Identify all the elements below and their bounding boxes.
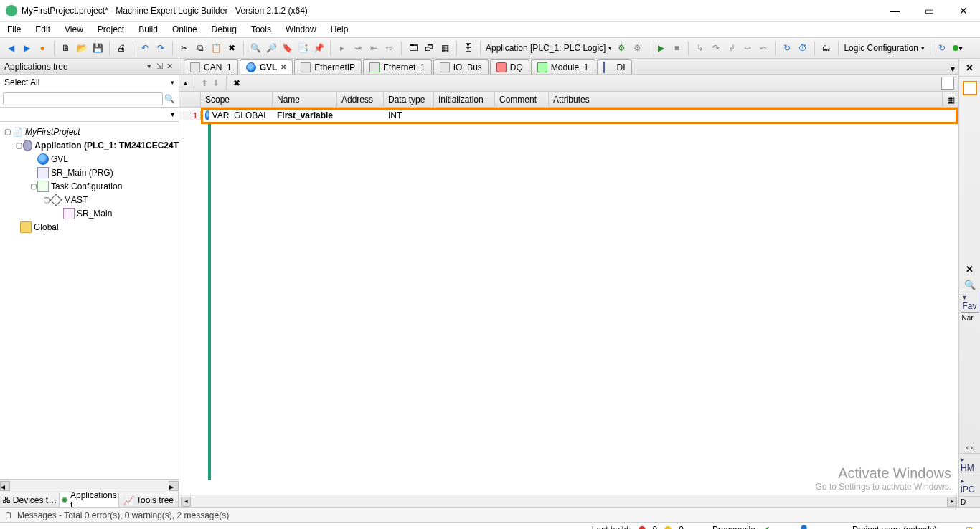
play-icon[interactable]: ▶	[654, 42, 667, 54]
collapse-icon[interactable]: ▢	[3, 128, 11, 135]
col-scope[interactable]: Scope	[201, 92, 273, 107]
save-icon[interactable]: 💾	[91, 42, 104, 54]
shield-icon[interactable]: ⛨	[966, 525, 974, 530]
step5-icon[interactable]: ⤺	[757, 42, 770, 54]
application-context[interactable]: Application [PLC_1: PLC Logic] ▾	[486, 43, 612, 53]
nav-back-icon[interactable]: ◀	[4, 42, 17, 54]
bookmark2-icon[interactable]: 📑	[296, 42, 309, 54]
panel-close-icon[interactable]: ✕	[164, 62, 174, 71]
tab-gvl[interactable]: GVL✕	[240, 59, 293, 74]
tree-task-config[interactable]: Task Configuration	[51, 181, 122, 191]
close-tab-icon[interactable]: ✕	[281, 63, 286, 71]
status-dot-icon[interactable]: ▾	[951, 42, 964, 54]
col-name[interactable]: Name	[273, 92, 337, 107]
delete-icon[interactable]: ✖	[225, 42, 238, 54]
left-scrollbar[interactable]: ◂ ▸	[0, 479, 179, 492]
refresh-icon[interactable]: ↻	[936, 42, 948, 54]
logout-icon[interactable]: ⚙	[631, 42, 644, 54]
menu-help[interactable]: Help	[331, 24, 349, 34]
editor-moveup-icon[interactable]: ⬆	[201, 78, 208, 88]
copy-icon[interactable]: ⧉	[194, 42, 207, 54]
cycle-icon[interactable]: ↻	[781, 42, 793, 54]
collapse-icon[interactable]: ▢	[29, 182, 37, 190]
device-icon[interactable]: 🗄	[462, 42, 475, 54]
tree-srmain[interactable]: SR_Main	[77, 209, 112, 219]
right-highlight-box[interactable]	[963, 81, 977, 95]
menu-tools[interactable]: Tools	[251, 24, 271, 34]
scroll-right-icon[interactable]: ▸	[169, 481, 179, 491]
tab-iobus[interactable]: IO_Bus	[433, 59, 489, 74]
col-datatype[interactable]: Data type	[384, 92, 434, 107]
right-search-icon[interactable]: 🔍	[962, 277, 978, 292]
run-pause-icon[interactable]: ▸	[336, 42, 349, 54]
tab-di[interactable]: DI	[597, 59, 632, 74]
step2-icon[interactable]: ⇤	[367, 42, 380, 54]
editor-delete-icon[interactable]: ✖	[233, 78, 240, 88]
menu-online[interactable]: Online	[172, 24, 197, 34]
select-all-row[interactable]: Select All ▾	[0, 75, 179, 90]
bookmark3-icon[interactable]: 📌	[312, 42, 325, 54]
collapse-icon[interactable]: ▢	[16, 141, 23, 149]
tab-module1[interactable]: Module_1	[531, 59, 595, 74]
grid-toggle-icon[interactable]: ▦	[943, 92, 958, 107]
stepinto-icon[interactable]: ↳	[694, 42, 707, 54]
print-icon[interactable]: 🖨	[115, 42, 128, 54]
editor-collapse-icon[interactable]: ▴	[184, 79, 187, 87]
applications-tree[interactable]: ▢ 📄 MyFirstProject ▢ Application (PLC_1:…	[0, 122, 179, 479]
paste-icon[interactable]: 📋	[209, 42, 222, 54]
right-hm[interactable]: ▸ HM	[959, 453, 980, 475]
find-icon[interactable]: 🔍	[249, 42, 262, 54]
tree-mast[interactable]: MAST	[64, 195, 88, 205]
tick-icon[interactable]: ⏱	[796, 42, 809, 54]
close-button[interactable]: ✕	[953, 5, 974, 16]
window3-icon[interactable]: ▦	[438, 42, 451, 54]
menu-build[interactable]: Build	[138, 24, 158, 34]
menu-debug[interactable]: Debug	[212, 24, 237, 34]
tab-dq[interactable]: DQ	[490, 59, 529, 74]
col-comment[interactable]: Comment	[495, 92, 549, 107]
search-icon[interactable]: 🔍	[163, 94, 176, 104]
step1-icon[interactable]: ⇥	[352, 42, 364, 54]
right-nav-arrows[interactable]: ‹ ›	[965, 442, 974, 453]
menu-edit[interactable]: Edit	[35, 24, 50, 34]
nav-stop-icon[interactable]: ●	[36, 42, 49, 54]
right-ipc[interactable]: ▸ iPC	[959, 475, 980, 496]
scroll-right-icon[interactable]: ▸	[947, 497, 957, 507]
tree-search-input[interactable]	[3, 92, 163, 105]
col-initialization[interactable]: Initialization	[434, 92, 495, 107]
menu-project[interactable]: Project	[98, 24, 124, 34]
tree-gvl[interactable]: GVL	[51, 154, 68, 164]
logic-config-dropdown[interactable]: Logic Configuration ▾	[844, 43, 924, 53]
stop-icon[interactable]: ■	[670, 42, 683, 54]
editor-horizontal-scrollbar[interactable]: ◂ ▸	[179, 495, 958, 507]
tab-devices-tree[interactable]: 🖧 Devices t…	[0, 492, 60, 507]
minimize-button[interactable]: —	[884, 5, 905, 16]
menu-file[interactable]: File	[7, 24, 21, 34]
right-d[interactable]: D	[959, 496, 980, 507]
right-nar[interactable]: Nar	[961, 313, 979, 323]
tab-applications-tree[interactable]: ✺ Applications t…	[60, 492, 119, 507]
messages-bar[interactable]: 🗒 Messages - Total 0 error(s), 0 warning…	[0, 507, 980, 522]
maximize-button[interactable]: ▭	[918, 5, 940, 16]
login-icon[interactable]: ⚙	[615, 42, 628, 54]
views-icon[interactable]: 🗂	[820, 42, 833, 54]
cut-icon[interactable]: ✂	[178, 42, 191, 54]
editor-options-icon[interactable]	[941, 77, 954, 90]
menu-view[interactable]: View	[65, 24, 83, 34]
panel-pin-icon[interactable]: ⇲	[154, 62, 164, 71]
new-file-icon[interactable]: 🗎	[60, 42, 72, 54]
tree-global[interactable]: Global	[34, 222, 59, 232]
stepover-icon[interactable]: ↷	[710, 42, 722, 54]
editor-movedown-icon[interactable]: ⬇	[212, 78, 220, 88]
panel-dropdown-icon[interactable]: ▾	[144, 62, 154, 71]
right-close2-icon[interactable]: ✕	[962, 262, 978, 276]
tree-project[interactable]: MyFirstProject	[25, 127, 80, 137]
nav-forward-icon[interactable]: ▶	[20, 42, 33, 54]
scroll-left-icon[interactable]: ◂	[0, 481, 10, 491]
tab-ethernet1[interactable]: Ethernet_1	[363, 59, 432, 74]
open-file-icon[interactable]: 📂	[75, 42, 88, 54]
find-next-icon[interactable]: 🔎	[265, 42, 278, 54]
tree-srmain-prg[interactable]: SR_Main (PRG)	[51, 168, 113, 178]
right-close-icon[interactable]: ✕	[962, 60, 978, 75]
scroll-left-icon[interactable]: ◂	[181, 497, 191, 507]
